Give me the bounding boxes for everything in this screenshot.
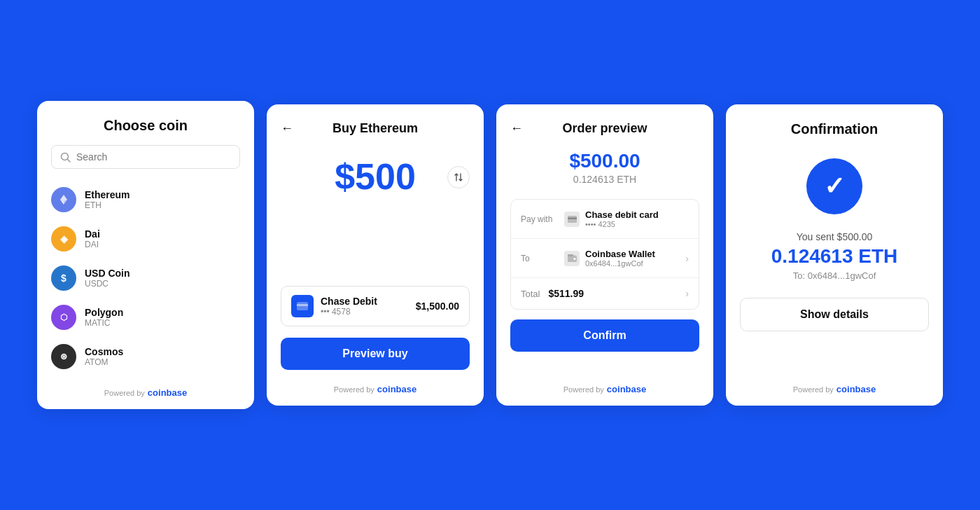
payment-left: Chase Debit ••• 4578	[291, 295, 377, 317]
coin-list: Ethereum ETH ◈ Dai DAI $ USD Coin	[51, 180, 240, 376]
to-row[interactable]: To Coinbase Wallet 0x6484...1gwCof	[511, 239, 699, 278]
pay-with-card: •••• 4235	[585, 220, 659, 228]
panel1-footer: Powered by coinbase	[51, 376, 240, 398]
to-value: Coinbase Wallet 0x6484...1gwCof	[564, 249, 677, 268]
pay-with-label: Pay with	[521, 214, 556, 224]
coin-item-atom[interactable]: ⊛ Cosmos ATOM	[51, 337, 240, 376]
panel2-back-button[interactable]: ←	[281, 121, 293, 136]
panel3-powered-text: Powered by	[564, 385, 604, 394]
svg-rect-8	[568, 217, 577, 219]
choose-coin-title: Choose coin	[51, 118, 240, 134]
wallet-icon	[564, 251, 580, 266]
confirm-eth-amount: 0.124613 ETH	[740, 245, 929, 268]
coin-item-matic[interactable]: ⬡ Polygon MATIC	[51, 298, 240, 337]
pay-with-info: Chase debit card •••• 4235	[585, 209, 659, 228]
total-chevron-icon: ›	[685, 288, 689, 299]
coin-item-eth[interactable]: Ethereum ETH	[51, 180, 240, 219]
total-row[interactable]: Total $511.99 ›	[511, 278, 699, 309]
panel1-coinbase-logo: coinbase	[148, 387, 187, 398]
coin-item-usdc[interactable]: $ USD Coin USDC	[51, 259, 240, 298]
choose-coin-panel: Choose coin Ethereum ETH	[37, 101, 254, 409]
swap-icon[interactable]	[447, 166, 470, 188]
usdc-ticker: USDC	[85, 279, 130, 289]
order-usd: $500.00	[510, 150, 699, 172]
order-amount: $500.00 0.124613 ETH	[510, 150, 699, 185]
confirm-sent-text: You sent $500.00	[740, 231, 929, 242]
svg-rect-6	[297, 304, 308, 306]
dai-name: Dai	[85, 228, 100, 240]
matic-icon: ⬡	[51, 305, 76, 330]
show-details-button[interactable]: Show details	[740, 298, 929, 331]
usdc-icon: $	[51, 266, 76, 291]
search-input[interactable]	[76, 151, 231, 163]
coin-item-dai[interactable]: ◈ Dai DAI	[51, 219, 240, 259]
payment-amount: $1,500.00	[416, 301, 459, 312]
panel3-header: ← Order preview	[510, 121, 699, 136]
atom-icon: ⊛	[51, 344, 76, 369]
panel3-back-button[interactable]: ←	[510, 121, 523, 136]
order-details: Pay with Chase debit card •••• 4235	[510, 199, 699, 310]
dai-ticker: DAI	[85, 240, 100, 249]
order-preview-panel: ← Order preview $500.00 0.124613 ETH Pay…	[496, 104, 713, 406]
usdc-name: USD Coin	[85, 268, 130, 279]
to-info: Coinbase Wallet 0x6484...1gwCof	[585, 249, 655, 268]
search-icon	[60, 152, 71, 163]
usdc-info: USD Coin USDC	[85, 268, 130, 289]
atom-ticker: ATOM	[85, 357, 123, 367]
eth-ticker: ETH	[85, 200, 130, 210]
panels-container: Choose coin Ethereum ETH	[37, 101, 943, 409]
matic-info: Polygon MATIC	[85, 307, 123, 328]
payment-info: Chase Debit ••• 4578	[321, 296, 377, 317]
panel4-powered-text: Powered by	[793, 385, 834, 394]
panel3-coinbase-logo: coinbase	[607, 384, 646, 394]
check-mark-icon: ✓	[824, 174, 845, 199]
order-eth: 0.124613 ETH	[510, 174, 699, 185]
panel2-title: Buy Ethereum	[332, 121, 418, 136]
panel2-footer: Powered by coinbase	[281, 373, 470, 394]
confirm-to-address: To: 0x6484...1gwCof	[740, 270, 929, 281]
panel2-powered-text: Powered by	[334, 385, 374, 394]
payment-card-icon	[291, 295, 314, 317]
eth-name: Ethereum	[85, 189, 130, 200]
panel2-coinbase-logo: coinbase	[377, 384, 416, 394]
total-label: Total	[521, 289, 540, 299]
atom-info: Cosmos ATOM	[85, 346, 123, 367]
atom-name: Cosmos	[85, 346, 123, 357]
to-chevron-icon: ›	[685, 253, 689, 264]
search-box[interactable]	[51, 145, 240, 169]
big-amount: $500	[281, 157, 470, 197]
pay-with-card-icon	[564, 212, 580, 227]
to-label: To	[521, 254, 556, 263]
pay-with-name: Chase debit card	[585, 209, 659, 220]
payment-method[interactable]: Chase Debit ••• 4578 $1,500.00	[281, 286, 470, 326]
panel4-footer: Powered by coinbase	[740, 373, 929, 394]
eth-icon	[51, 187, 76, 212]
dai-info: Dai DAI	[85, 228, 100, 249]
buy-ethereum-panel: ← Buy Ethereum $500	[267, 104, 484, 406]
total-amount: $511.99	[548, 288, 584, 299]
panel2-header: ← Buy Ethereum	[281, 121, 470, 136]
confirm-button[interactable]: Confirm	[510, 319, 699, 352]
svg-rect-10	[568, 254, 573, 256]
dai-icon: ◈	[51, 226, 76, 251]
success-check-circle: ✓	[806, 158, 862, 214]
matic-ticker: MATIC	[85, 318, 123, 328]
to-address: 0x6484...1gwCof	[585, 259, 655, 268]
panel4-coinbase-logo: coinbase	[836, 384, 876, 394]
svg-point-11	[573, 258, 575, 260]
preview-buy-button[interactable]: Preview buy	[281, 338, 470, 370]
eth-info: Ethereum ETH	[85, 189, 130, 210]
panel1-powered-text: Powered by	[104, 389, 145, 397]
confirmation-panel: Confirmation ✓ You sent $500.00 0.124613…	[726, 104, 943, 406]
svg-line-1	[68, 159, 71, 162]
payment-name: Chase Debit	[321, 296, 377, 307]
amount-display: $500	[281, 157, 470, 197]
panel3-title: Order preview	[562, 121, 647, 136]
to-wallet: Coinbase Wallet	[585, 249, 655, 259]
pay-with-row[interactable]: Pay with Chase debit card •••• 4235	[511, 200, 699, 239]
matic-name: Polygon	[85, 307, 123, 318]
confirmation-title: Confirmation	[740, 121, 929, 137]
panel3-footer: Powered by coinbase	[510, 373, 699, 394]
payment-card: ••• 4578	[321, 307, 377, 317]
pay-with-value: Chase debit card •••• 4235	[564, 209, 689, 228]
